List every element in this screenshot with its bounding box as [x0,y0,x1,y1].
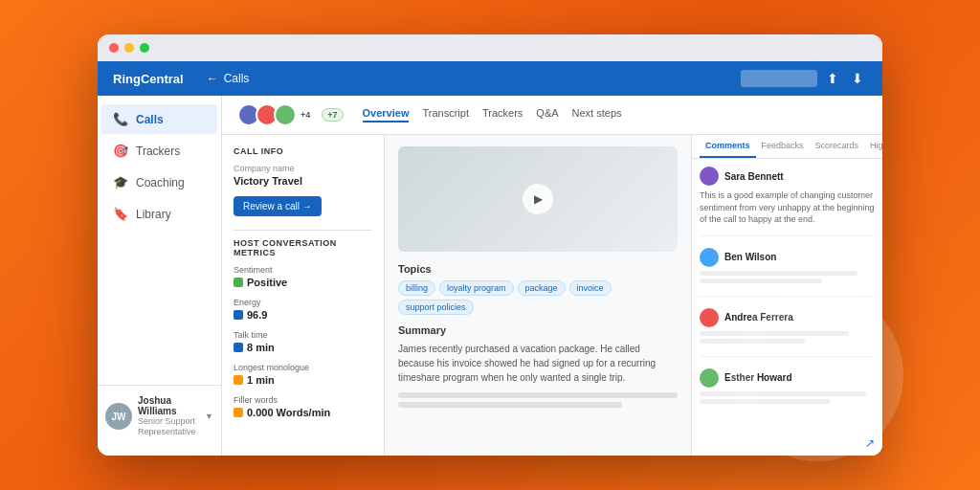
divider [234,230,372,231]
trackers-icon: 🎯 [113,144,128,158]
comment-text-sara: This is a good example of changing custo… [700,189,875,226]
comment-lines-ben [700,271,875,283]
tab-scorecards[interactable]: Scorecards [810,135,865,158]
main-content: 📞 Calls 🎯 Trackers 🎓 Coaching 🔖 Library … [98,96,882,456]
content-body: CALL INFO Company name Victory Travel Re… [222,135,882,456]
sidebar-user: JW Joshua Williams Senior Support Repres… [98,385,221,448]
tab-next-steps[interactable]: Next steps [572,107,622,122]
comment-header-andrea: Andrea Ferrera [700,308,875,327]
tab-feedbacks[interactable]: Feedbacks [756,135,810,158]
chip-invoice[interactable]: invoice [569,280,612,296]
play-button[interactable]: ▶ [523,184,553,214]
avatar-3 [274,103,297,126]
share-icon[interactable]: ⬆ [827,71,842,86]
chip-loyalty[interactable]: loyalty program [439,280,514,296]
tab-overview[interactable]: Overview [363,107,410,122]
filler-value: 0.000 Words/min [234,407,372,418]
sidebar-item-coaching[interactable]: 🎓 Coaching [101,167,217,197]
company-name: Victory Travel [234,175,372,187]
comment-line [700,339,805,344]
minimize-dot[interactable] [124,43,134,53]
metric-energy: Energy 96.9 [234,298,372,321]
summary-text: James recently purchased a vacation pack… [398,342,678,385]
talk-time-label: Talk time [234,330,372,340]
avatars-group: +4 [237,103,310,126]
comment-header-esther: Esther Howard [700,368,875,388]
monologue-label: Longest monologue [234,363,372,372]
send-icon[interactable]: ↗ [692,431,882,456]
comment-sara: Sara Bennett This is a good example of c… [700,167,875,236]
metrics-section: Sentiment Positive Energy 96. [234,265,372,418]
back-label: Calls [224,72,250,85]
user-info: Joshua Williams Senior Support Represent… [138,395,199,438]
energy-label: Energy [234,298,372,307]
tab-qa[interactable]: Q&A [536,107,558,122]
energy-value: 96.9 [234,309,372,321]
back-button[interactable]: ← Calls [207,72,250,85]
sidebar-item-calls-label: Calls [136,113,164,126]
user-name: Joshua Williams [138,395,199,416]
library-icon: 🔖 [113,207,128,221]
comment-header-ben: Ben Wilson [700,248,875,267]
commenter-name-esther: Esther Howard [724,372,792,383]
comments-list: Sara Bennett This is a good example of c… [692,159,882,431]
sidebar: 📞 Calls 🎯 Trackers 🎓 Coaching 🔖 Library … [98,96,222,456]
chip-billing[interactable]: billing [398,280,435,296]
header-actions: ⬆ ⬇ [741,70,867,87]
review-call-button[interactable]: Review a call → [234,196,322,216]
commenter-name-ben: Ben Wilson [724,252,776,262]
company-label: Company name [234,164,372,173]
comment-line [700,278,822,283]
sentiment-value: Positive [234,277,372,288]
energy-dot [234,310,243,320]
coaching-icon: 🎓 [113,175,128,189]
avatar-count: +4 [301,110,310,120]
right-tabs: Comments Feedbacks Scorecards Highlights [692,135,882,159]
comment-line [700,331,849,336]
sidebar-item-library[interactable]: 🔖 Library [101,199,217,229]
app-layout: RingCentral ← Calls ⬆ ⬇ 📞 Calls 🎯 [98,61,882,456]
summary-line-1 [398,392,678,398]
browser-chrome [98,34,882,61]
back-arrow-icon: ← [207,72,218,85]
sidebar-item-calls[interactable]: 📞 Calls [101,104,217,134]
topics-label: Topics [398,263,678,275]
user-title: Senior Support Representative [138,416,199,438]
chevron-down-icon[interactable]: ▼ [205,412,213,421]
topics-chips: billing loyalty program package invoice … [398,280,678,315]
comment-header-sara: Sara Bennett [700,167,875,186]
comment-ben: Ben Wilson [700,248,875,297]
call-badge: +7 [322,108,343,122]
call-top-bar: +4 +7 Overview Transcript Trackers Q&A N… [222,96,882,135]
content-panel: +4 +7 Overview Transcript Trackers Q&A N… [222,96,882,456]
talk-time-dot [234,343,243,352]
avatar: JW [105,403,132,430]
summary-line-2 [398,402,622,408]
maximize-dot[interactable] [140,43,149,53]
monologue-value: 1 min [234,374,372,386]
metric-sentiment: Sentiment Positive [234,265,372,288]
topics-section: Topics billing loyalty program package i… [398,263,678,315]
close-dot[interactable] [109,43,119,53]
tab-highlights[interactable]: Highlights [864,135,882,158]
center-area: ▶ Topics billing loyalty program package… [385,135,691,456]
browser-window: RingCentral ← Calls ⬆ ⬇ 📞 Calls 🎯 [98,34,882,456]
metric-filler: Filler words 0.000 Words/min [234,395,372,418]
chip-package[interactable]: package [518,280,566,296]
sentiment-dot [234,278,243,287]
commenter-name-sara: Sara Bennett [724,171,784,182]
talk-time-value: 8 min [234,342,372,353]
app-header: RingCentral ← Calls ⬆ ⬇ [98,61,882,96]
tab-comments[interactable]: Comments [700,135,756,158]
right-panel: Comments Feedbacks Scorecards Highlights… [691,135,882,456]
tab-trackers[interactable]: Trackers [482,107,523,122]
tab-transcript[interactable]: Transcript [422,107,469,122]
chip-support[interactable]: support policies [398,300,474,315]
comment-andrea: Andrea Ferrera [700,308,875,357]
avatar-andrea [700,308,719,327]
video-thumbnail[interactable]: ▶ [398,146,678,252]
sidebar-item-trackers-label: Trackers [136,145,180,158]
header-search-bar [741,70,817,87]
download-icon[interactable]: ⬇ [852,71,867,86]
sidebar-item-trackers[interactable]: 🎯 Trackers [101,136,217,166]
